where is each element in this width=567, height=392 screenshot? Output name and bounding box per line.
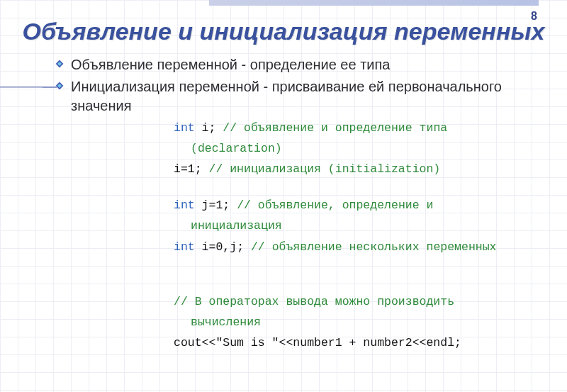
code-line: i=1; // инициализация (initialization) [174,161,546,177]
bullet-item: Инициализация переменной - присваивание … [55,77,546,116]
code-line: вычисления [174,314,546,330]
slide-title: Объявление и инициализация переменных [21,18,546,45]
code-line: инициализация [174,218,546,234]
code-text: i; [195,121,223,135]
keyword: int [174,121,195,135]
code-gap [174,259,546,293]
comment: (declaration) [191,142,282,155]
diamond-bullet-icon [55,82,64,90]
keyword: int [174,240,195,254]
keyword: int [174,198,195,212]
code-block: int i; // объявление и определение типа … [174,120,546,351]
bullet-list: Объявление переменной - определение ее т… [55,55,546,116]
comment: // объявление и определение типа [223,121,447,135]
code-text: j=1; [195,198,237,212]
code-line: int i; // объявление и определение типа [174,120,546,136]
comment: // В операторах вывода можно производить [174,295,454,308]
comment: // инициализация (initialization) [209,162,441,176]
comment: вычисления [191,315,261,329]
code-text: i=1; [174,162,209,176]
slide-content: Объявление и инициализация переменных Об… [0,0,567,351]
bullet-text: Инициализация переменной - присваивание … [71,77,546,116]
code-text: i=0,j; [195,240,251,254]
comment: инициализация [191,219,282,233]
diamond-bullet-icon [55,60,64,68]
code-line: // В операторах вывода можно производить [174,293,546,310]
comment: // объявление нескольких переменных [251,240,497,254]
code-line: int i=0,j; // объявление нескольких пере… [174,239,546,255]
code-text: cout<<"Sum is "<<number1 + number2<<endl… [174,336,461,349]
bullet-item: Объявление переменной - определение ее т… [55,55,546,74]
code-gap [174,181,546,197]
comment: // объявление, определение и [237,198,433,212]
bullet-text: Объявление переменной - определение ее т… [71,55,390,74]
code-line: int j=1; // объявление, определение и [174,197,546,213]
code-line: (declaration) [174,140,546,157]
code-line: cout<<"Sum is "<<number1 + number2<<endl… [174,335,546,351]
